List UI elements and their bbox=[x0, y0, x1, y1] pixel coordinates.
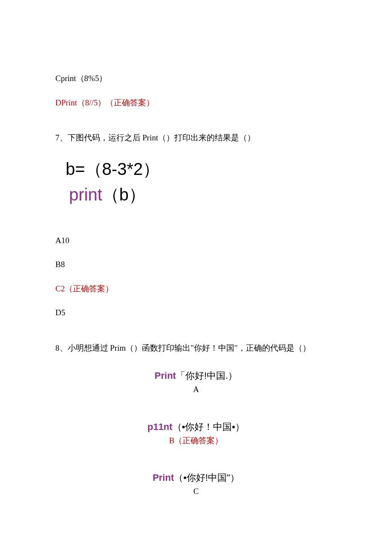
q7-option-a: A10 bbox=[55, 235, 337, 247]
print-keyword: Print bbox=[153, 472, 174, 483]
q7-option-b-text: B8 bbox=[55, 260, 65, 269]
q8-option-b: p11nt（•你好！中国•） B（正确答案） bbox=[55, 420, 337, 447]
q7-option-c-text: C2（正确答案） bbox=[55, 284, 113, 293]
q6-option-c: Cprint（8%5） bbox=[55, 73, 337, 85]
q7-option-c: C2（正确答案） bbox=[55, 283, 337, 295]
q7-code-block: b=（8-3*2） print（b） bbox=[66, 156, 337, 207]
q8-option-a: Print「你好!中国.） A bbox=[55, 369, 337, 396]
q8-option-b-label: B（正确答案） bbox=[55, 435, 337, 447]
q8-options-block: Print「你好!中国.） A p11nt（•你好！中国•） B（正确答案） P… bbox=[55, 369, 337, 498]
q7-question: 7、下图代码，运行之后 Print（）打印出来的结果是（） bbox=[55, 132, 337, 144]
q6-option-d-text: DPrint（8//5）（正确答案） bbox=[55, 98, 154, 107]
q7-question-text: 7、下图代码，运行之后 Print（）打印出来的结果是（） bbox=[55, 133, 255, 142]
q8-option-c-rest: （•你好!中国"） bbox=[174, 472, 239, 483]
q7-option-a-text: A10 bbox=[55, 236, 69, 245]
q8-option-b-rest: （•你好！中国•） bbox=[173, 421, 245, 432]
q7-code-line2: print（b） bbox=[66, 182, 337, 207]
q8-option-c-code: Print（•你好!中国"） bbox=[55, 471, 337, 485]
q8-option-c-label: C bbox=[55, 485, 337, 498]
print-keyword: p11nt bbox=[147, 421, 173, 432]
q8-question: 8、小明想通过 Prim（）函数打印输出"你好！中国"，正确的代码是（） bbox=[55, 342, 337, 355]
q8-question-text: 8、小明想通过 Prim（）函数打印输出"你好！中国"，正确的代码是（） bbox=[55, 343, 311, 352]
q8-option-a-rest: 「你好!中国.） bbox=[176, 370, 237, 381]
q8-option-b-code: p11nt（•你好！中国•） bbox=[55, 420, 337, 434]
q7-code-line1: b=（8-3*2） bbox=[66, 156, 337, 182]
q6-option-d: DPrint（8//5）（正确答案） bbox=[55, 97, 337, 109]
q6-option-c-text: Cprint（8%5） bbox=[55, 74, 107, 83]
q8-option-a-label: A bbox=[55, 384, 337, 396]
q7-code-line2-rest: （b） bbox=[102, 185, 146, 204]
q8-option-c: Print（•你好!中国"） C bbox=[55, 471, 337, 498]
print-keyword: Print bbox=[155, 370, 176, 381]
document-page: Cprint（8%5） DPrint（8//5）（正确答案） 7、下图代码，运行… bbox=[0, 0, 392, 547]
q7-option-b: B8 bbox=[55, 259, 337, 271]
print-keyword: print bbox=[69, 185, 102, 204]
q7-option-d-text: D5 bbox=[55, 308, 65, 317]
q7-option-d: D5 bbox=[55, 307, 337, 319]
q8-option-a-code: Print「你好!中国.） bbox=[55, 369, 337, 383]
